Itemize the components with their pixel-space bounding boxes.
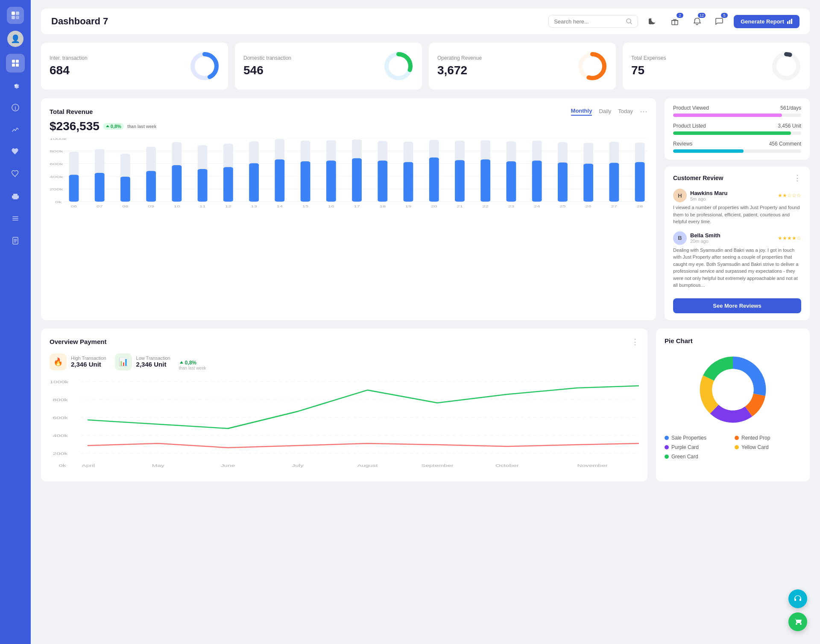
svg-rect-4 xyxy=(12,60,15,63)
review-item-hawkins: H Hawkins Maru 5m ago ★★☆☆☆ I viewed a n… xyxy=(673,189,801,225)
svg-text:14: 14 xyxy=(277,204,283,208)
payment-more-btn[interactable]: ⋮ xyxy=(631,337,639,347)
search-input[interactable] xyxy=(554,18,622,25)
total-expenses-value: 75 xyxy=(631,64,666,77)
svg-rect-79 xyxy=(378,160,387,201)
metric-product-viewed-value: 561/days xyxy=(780,105,801,111)
sidebar-item-dashboard[interactable] xyxy=(6,54,25,73)
svg-rect-55 xyxy=(172,165,182,202)
legend-purple-card: Purple Card xyxy=(665,444,731,450)
moon-icon xyxy=(649,17,656,25)
svg-text:19: 19 xyxy=(405,204,412,208)
svg-text:July: July xyxy=(292,463,304,468)
revenue-more-btn[interactable]: ⋯ xyxy=(640,107,647,116)
review-stars-hawkins: ★★☆☆☆ xyxy=(778,192,801,198)
svg-text:1000k: 1000k xyxy=(50,379,69,384)
svg-text:June: June xyxy=(221,463,235,468)
app-logo[interactable] xyxy=(7,7,24,24)
bell-icon xyxy=(693,17,701,25)
pie-card: Pie Chart xyxy=(656,329,810,481)
sidebar-item-favorites[interactable] xyxy=(6,143,25,161)
svg-text:25: 25 xyxy=(559,204,566,208)
svg-rect-2 xyxy=(12,16,15,19)
svg-rect-88 xyxy=(455,160,465,201)
svg-text:26: 26 xyxy=(585,204,592,208)
svg-text:10: 10 xyxy=(174,204,180,208)
bottom-section: Total Revenue Monthly Daily Today ⋯ $236… xyxy=(41,98,810,320)
reviews-more-btn[interactable]: ⋮ xyxy=(794,173,801,183)
legend-dot-purple xyxy=(665,445,669,449)
bell-btn[interactable]: 12 xyxy=(689,14,705,29)
revenue-tab-monthly[interactable]: Monthly xyxy=(571,108,592,116)
pie-chart-area: Sale Properties Rented Prop Purple Card … xyxy=(665,351,801,460)
gift-btn[interactable]: 2 xyxy=(667,14,682,29)
page-title: Dashboard 7 xyxy=(51,16,108,27)
support-float-btn[interactable] xyxy=(788,589,807,608)
svg-rect-7 xyxy=(16,64,19,67)
sidebar-item-analytics[interactable] xyxy=(6,120,25,139)
theme-toggle-btn[interactable] xyxy=(645,14,660,29)
svg-rect-73 xyxy=(326,160,336,201)
cart-float-btn[interactable] xyxy=(788,612,807,631)
sidebar-item-settings[interactable] xyxy=(6,76,25,95)
sidebar-item-menu[interactable] xyxy=(6,209,25,228)
svg-text:11: 11 xyxy=(199,204,206,208)
svg-text:20: 20 xyxy=(431,204,437,208)
svg-rect-46 xyxy=(95,173,105,202)
avatar[interactable]: 👤 xyxy=(7,31,23,47)
svg-text:24: 24 xyxy=(534,204,540,208)
total-expenses-label: Total Expenses xyxy=(631,55,666,61)
revenue-tab-today[interactable]: Today xyxy=(618,108,633,115)
stat-card-operating-revenue: Operating Revenue 3,672 xyxy=(429,43,616,90)
revenue-tab-daily[interactable]: Daily xyxy=(599,108,611,115)
svg-rect-67 xyxy=(275,160,284,202)
svg-text:400k: 400k xyxy=(50,175,63,179)
metric-product-listed-value: 3,456 Unit xyxy=(778,123,801,129)
metric-product-listed: Product Listed 3,456 Unit xyxy=(673,123,801,135)
sidebar-item-heart[interactable] xyxy=(6,165,25,184)
svg-rect-6 xyxy=(12,64,15,67)
floating-buttons xyxy=(788,589,807,631)
svg-text:400k: 400k xyxy=(53,433,68,437)
review-text-hawkins: I viewed a number of properties with Jus… xyxy=(673,204,801,225)
metrics-card: Product Viewed 561/days Product Listed 3… xyxy=(665,98,810,160)
svg-rect-43 xyxy=(69,175,79,202)
svg-rect-70 xyxy=(301,161,310,202)
search-box[interactable] xyxy=(548,15,638,28)
see-more-reviews-button[interactable]: See More Reviews xyxy=(673,298,801,313)
svg-text:08: 08 xyxy=(122,204,129,208)
svg-text:April: April xyxy=(82,463,95,468)
sidebar-item-reports[interactable] xyxy=(6,231,25,250)
inter-transaction-chart xyxy=(190,51,220,81)
generate-report-button[interactable]: Generate Report xyxy=(734,15,800,28)
svg-text:13: 13 xyxy=(251,204,257,208)
cart-icon xyxy=(794,618,802,626)
up-arrow-icon xyxy=(105,124,110,128)
revenue-title: Total Revenue xyxy=(50,108,93,115)
chart-bar-icon xyxy=(787,18,793,24)
reviews-title: Customer Review xyxy=(673,175,723,181)
chat-btn[interactable]: 5 xyxy=(712,14,727,29)
high-transaction-label: High Transaction xyxy=(71,356,106,361)
svg-rect-64 xyxy=(249,163,259,202)
legend-yellow-card: Yellow Card xyxy=(735,444,801,450)
svg-rect-3 xyxy=(16,16,19,19)
sidebar-item-print[interactable] xyxy=(6,187,25,206)
svg-rect-0 xyxy=(12,12,15,15)
domestic-transaction-chart xyxy=(384,51,413,81)
svg-rect-19 xyxy=(787,21,788,24)
svg-text:28: 28 xyxy=(637,204,643,208)
review-time-hawkins: 5m ago xyxy=(690,196,727,201)
sidebar-item-info[interactable] xyxy=(6,98,25,117)
chat-badge: 5 xyxy=(721,13,728,18)
svg-text:200k: 200k xyxy=(50,187,63,192)
svg-text:22: 22 xyxy=(482,204,489,208)
review-stars-bella: ★★★★☆ xyxy=(778,235,801,241)
svg-rect-1 xyxy=(16,12,19,15)
legend-dot-green xyxy=(665,455,669,459)
operating-revenue-label: Operating Revenue xyxy=(437,55,482,61)
chat-icon xyxy=(715,17,723,25)
revenue-tabs: Monthly Daily Today ⋯ xyxy=(571,107,647,116)
metric-product-viewed: Product Viewed 561/days xyxy=(673,105,801,117)
svg-text:16: 16 xyxy=(328,204,334,208)
